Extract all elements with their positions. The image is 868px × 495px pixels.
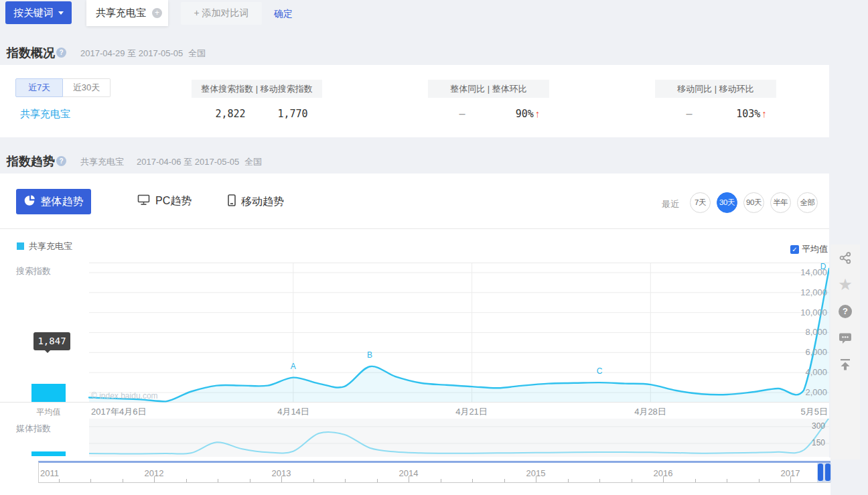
- trend-region: 全国: [244, 156, 262, 168]
- up-arrow-icon: ↑: [535, 108, 540, 119]
- trend-help-icon[interactable]: ?: [56, 156, 66, 166]
- view-tab-label: PC趋势: [155, 194, 192, 208]
- watermark: © index.baidu.com: [91, 391, 158, 401]
- average-value-block[interactable]: [31, 384, 66, 402]
- tab-last-7-days[interactable]: 近7天: [15, 78, 63, 97]
- trend-card: 整体趋势 PC趋势 移动趋势 最近 7天 30天 90天 半年 全部 共享充电宝…: [0, 173, 829, 457]
- range-half-year[interactable]: 半年: [770, 192, 791, 213]
- y-tick-label: 6,000: [805, 347, 827, 357]
- view-tab-overall-trend[interactable]: 整体趋势: [16, 189, 91, 214]
- svg-text:B: B: [367, 350, 372, 360]
- x-axis-line: [0, 402, 829, 403]
- media-index-axis-label: 媒体指数: [16, 423, 51, 435]
- range-all[interactable]: 全部: [797, 192, 818, 213]
- trend-date-range: 2017-04-06 至 2017-05-05: [137, 156, 239, 168]
- trend-title: 指数趋势: [7, 153, 55, 169]
- caret-down-icon: [58, 11, 64, 15]
- range-30-days[interactable]: 30天: [717, 192, 737, 213]
- confirm-link[interactable]: 确定: [274, 8, 293, 20]
- x-tick-label: 2017年4月6日: [91, 406, 146, 418]
- overall-mom-cell: 90%↑: [516, 108, 540, 120]
- overview-row-keyword[interactable]: 共享充电宝: [20, 108, 70, 121]
- tab-last-30-days[interactable]: 近30天: [63, 78, 111, 97]
- y-tick-label: 4,000: [805, 367, 827, 377]
- mobile-mom-value: 103%: [736, 108, 760, 120]
- average-checkbox-wrap[interactable]: ✓ 平均值: [790, 243, 828, 255]
- media-index-chart[interactable]: [89, 419, 829, 457]
- back-to-top-icon[interactable]: [830, 352, 860, 378]
- keyword-tag-label: 共享充电宝: [96, 7, 146, 19]
- keyword-mode-label: 按关键词: [13, 7, 54, 19]
- y-tick-label: 12,000: [800, 287, 827, 297]
- feedback-icon[interactable]: [830, 325, 860, 352]
- trend-keyword: 共享充电宝: [80, 156, 124, 168]
- mobile-yoy-value: —: [686, 108, 692, 120]
- average-label: 平均值: [31, 407, 66, 418]
- legend-color-swatch: [17, 242, 24, 250]
- overview-region: 全国: [188, 48, 206, 60]
- mobile-mom-cell: 103%↑: [736, 108, 767, 120]
- desktop-icon: [137, 194, 150, 208]
- overall-mom-value: 90%: [516, 108, 534, 120]
- overview-title: 指数概况: [7, 45, 55, 61]
- y-tick-label: 14,000: [800, 267, 827, 277]
- star-icon[interactable]: ★: [830, 271, 860, 298]
- range-90-days[interactable]: 90天: [743, 192, 764, 213]
- timeline-navigator[interactable]: 2011 2012 2013 2014 2015 2016 2017: [38, 461, 830, 483]
- overview-period-tabs: 近7天 近30天: [15, 78, 111, 97]
- svg-text:C: C: [597, 366, 603, 376]
- add-compare-button[interactable]: + 添加对比词: [181, 2, 262, 25]
- search-index-chart[interactable]: ABCD: [89, 263, 829, 402]
- y-tick-label: 10,000: [800, 307, 827, 317]
- timeline-left-handle[interactable]: [818, 464, 823, 481]
- up-arrow-icon: ↑: [762, 108, 767, 119]
- average-checkbox-label: 平均值: [802, 243, 828, 255]
- view-tab-pc-trend[interactable]: PC趋势: [137, 194, 192, 208]
- baidu-index-page: 按关键词 共享充电宝 + + 添加对比词 确定 指数概况 ? 2017-04-2…: [0, 0, 868, 495]
- y-tick-label: 2,000: [805, 387, 827, 397]
- timeline-right-handle[interactable]: [825, 464, 830, 481]
- overview-help-icon[interactable]: ?: [56, 48, 66, 58]
- divider: [0, 228, 829, 229]
- average-value-tooltip: 1,847: [33, 332, 70, 350]
- legend-keyword-label[interactable]: 共享充电宝: [29, 240, 72, 253]
- side-toolbar: ★ ?: [830, 244, 860, 459]
- pie-chart-icon: [24, 195, 35, 209]
- keyword-mode-button[interactable]: 按关键词: [5, 1, 72, 24]
- media-y-tick-label: 150: [812, 438, 825, 447]
- x-tick-label: 4月21日: [455, 406, 488, 418]
- x-tick-label: 4月28日: [634, 406, 666, 418]
- share-icon[interactable]: [830, 244, 860, 271]
- mobile-icon: [228, 194, 236, 209]
- column-header-search-index: 整体搜索指数 | 移动搜索指数: [192, 80, 322, 98]
- add-circle-icon[interactable]: +: [152, 8, 162, 18]
- search-index-axis-label: 搜索指数: [16, 265, 51, 277]
- range-7-days[interactable]: 7天: [690, 192, 711, 213]
- x-tick-label: 5月5日: [801, 406, 828, 418]
- checkbox-checked-icon[interactable]: ✓: [790, 245, 799, 254]
- svg-text:A: A: [291, 362, 296, 371]
- column-header-mobile-compare: 移动同比 | 移动环比: [655, 80, 776, 98]
- view-tab-label: 移动趋势: [241, 195, 284, 209]
- column-header-overall-compare: 整体同比 | 整体环比: [428, 80, 549, 98]
- help-icon[interactable]: ?: [830, 298, 860, 325]
- overall-search-index-value: 2,822: [215, 108, 245, 120]
- view-tab-label: 整体趋势: [41, 195, 84, 209]
- time-range-group: 7天 30天 90天 半年 全部: [690, 192, 818, 213]
- x-tick-label: 4月14日: [277, 406, 309, 418]
- y-tick-label: 8,000: [805, 327, 827, 337]
- overview-date-range: 2017-04-29 至 2017-05-05: [80, 48, 183, 60]
- media-average-value-block[interactable]: [31, 451, 66, 456]
- media-y-tick-label: 300: [812, 421, 825, 431]
- overview-card: 近7天 近30天 整体搜索指数 | 移动搜索指数 整体同比 | 整体环比 移动同…: [0, 65, 829, 137]
- overall-yoy-value: —: [459, 108, 465, 120]
- recent-label: 最近: [662, 198, 679, 210]
- year-label: 2011: [40, 468, 59, 478]
- view-tab-mobile-trend[interactable]: 移动趋势: [228, 194, 284, 209]
- mobile-search-index-value: 1,770: [277, 108, 307, 120]
- keyword-tag[interactable]: 共享充电宝 +: [86, 0, 168, 26]
